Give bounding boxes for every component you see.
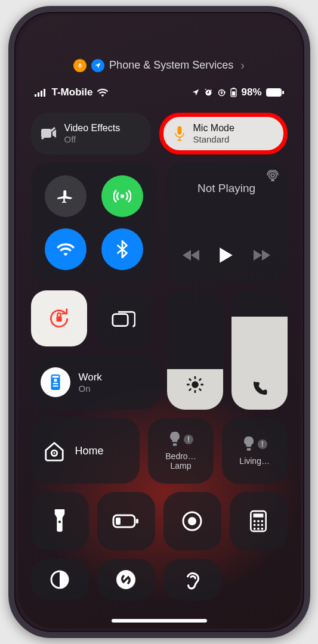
previous-track-button[interactable] [183,249,200,262]
phone-frame: Phone & System Services › T-Mobile 98% [8,6,310,638]
svg-point-53 [257,528,260,530]
svg-rect-40 [136,519,138,524]
svg-point-34 [53,452,55,454]
location-status-icon [192,88,200,97]
rotation-lock-button[interactable] [31,290,87,346]
screen-record-button[interactable] [163,492,221,550]
wifi-icon [97,88,109,97]
svg-rect-36 [246,448,250,450]
svg-point-54 [261,528,263,530]
rotation-lock-status-icon [217,88,226,97]
svg-point-46 [254,520,256,522]
record-icon [181,510,203,532]
svg-rect-8 [232,91,235,95]
living-room-button[interactable]: ! Living… [222,418,288,484]
shazam-button[interactable] [97,559,155,600]
volume-down-button [8,185,10,227]
svg-rect-45 [254,513,264,517]
ear-icon [184,569,200,590]
svg-line-30 [199,389,200,391]
svg-rect-17 [56,316,61,321]
flashlight-button[interactable] [31,492,89,550]
svg-rect-2 [41,91,42,97]
media-title: Not Playing [174,182,279,195]
brightness-slider[interactable] [167,290,223,410]
media-tile[interactable]: Not Playing [166,163,288,282]
volume-slider[interactable] [231,290,288,410]
svg-point-16 [268,172,276,179]
bedroom-label-2: Lamp [170,461,191,470]
airplane-mode-button[interactable] [45,175,87,217]
calculator-button[interactable] [230,492,288,550]
focus-title: Work [79,371,102,383]
svg-rect-3 [44,89,45,97]
svg-line-32 [199,379,200,380]
battery-icon [266,88,284,97]
connectivity-tile[interactable] [31,163,158,282]
video-effects-subtitle: Off [64,134,121,145]
calculator-icon [249,510,267,532]
cellular-signal-icon [35,88,48,97]
next-track-button[interactable] [252,249,270,262]
microphone-icon [173,126,186,141]
warning-icon: ! [258,439,267,449]
svg-rect-9 [266,88,282,97]
svg-point-47 [257,520,260,522]
chevron-right-icon: › [240,58,245,72]
svg-rect-23 [53,385,58,386]
bedroom-lamp-button[interactable]: ! Bedro… Lamp [148,418,214,484]
privacy-banner[interactable]: Phone & System Services › [31,58,288,72]
focus-button[interactable]: Work On [31,355,159,410]
svg-point-49 [254,524,256,526]
video-effects-title: Video Effects [64,122,121,134]
dark-mode-button[interactable] [31,559,89,600]
svg-rect-10 [282,91,284,94]
status-bar: T-Mobile 98% [31,86,288,98]
battery-share-icon [230,88,237,97]
svg-rect-35 [173,443,177,445]
home-indicator[interactable] [112,619,207,623]
warning-icon: ! [184,435,193,444]
svg-rect-18 [112,314,127,326]
volume-up-button [8,131,10,173]
hearing-button[interactable] [163,559,221,600]
svg-line-31 [189,389,190,391]
battery-percentage: 98% [241,86,261,98]
cellular-data-button[interactable] [101,175,143,217]
bluetooth-button[interactable] [101,228,143,270]
svg-rect-0 [35,94,36,97]
low-power-mode-button[interactable] [97,492,155,550]
alarm-icon [204,88,213,97]
bedroom-label-1: Bedro… [165,451,196,461]
svg-rect-11 [41,129,51,138]
bulb-icon [168,431,181,448]
play-button[interactable] [218,246,234,264]
svg-point-51 [261,524,263,526]
svg-point-15 [271,174,274,177]
svg-point-14 [121,194,124,197]
svg-rect-7 [233,88,235,89]
svg-point-37 [58,521,61,523]
home-button[interactable]: Home [31,418,140,484]
svg-line-29 [189,379,190,380]
svg-point-52 [254,528,256,530]
location-icon [91,59,104,72]
dark-mode-icon [50,569,70,590]
video-effects-button[interactable]: Video Effects Off [31,113,151,154]
privacy-banner-label: Phone & System Services [109,59,233,72]
svg-rect-41 [116,518,121,525]
phone-icon [251,380,268,398]
svg-rect-1 [38,92,39,97]
svg-point-50 [257,524,260,526]
airplay-icon[interactable] [266,170,279,182]
screen-mirroring-button[interactable] [95,290,152,346]
svg-rect-22 [53,383,58,384]
control-center: Phone & System Services › T-Mobile 98% [18,16,301,628]
svg-point-48 [261,520,263,522]
carrier-label: T-Mobile [52,86,93,98]
svg-rect-13 [177,126,181,135]
mic-mode-button[interactable]: Mic Mode Standard [159,113,288,154]
power-button [309,167,310,233]
wifi-button[interactable] [45,228,87,270]
svg-point-24 [192,381,199,388]
